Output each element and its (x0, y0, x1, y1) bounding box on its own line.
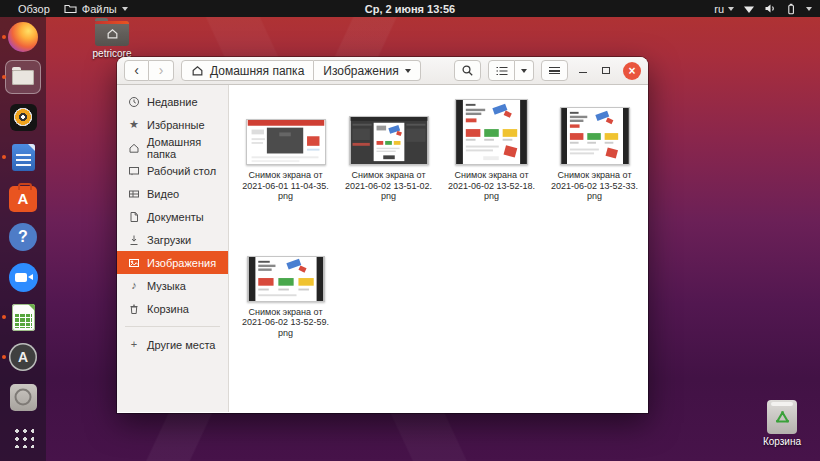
firefox-icon (8, 22, 38, 52)
file-thumbnail-box (349, 95, 429, 165)
view-options-button[interactable] (515, 60, 534, 81)
file-item[interactable]: Снимок экрана от2021-06-02 13-51-02.png (337, 95, 440, 202)
sidebar-item-desktop[interactable]: Рабочий стол (117, 159, 228, 182)
recycle-icon (775, 410, 790, 424)
file-thumbnail-box (247, 232, 325, 302)
ubuntu-software-icon: A (9, 186, 37, 212)
sidebar-item-pictures[interactable]: Изображения (117, 251, 228, 274)
search-icon (461, 64, 474, 77)
sidebar-item-documents[interactable]: Документы (117, 205, 228, 228)
sidebar-item-label: Избранные (147, 119, 205, 131)
file-thumbnail (455, 99, 528, 165)
close-button[interactable]: × (623, 62, 641, 80)
star-icon: ★ (128, 119, 140, 130)
chevron-down-icon (122, 7, 128, 11)
dock-item-libreoffice-calc[interactable] (0, 297, 46, 337)
hamburger-icon (549, 67, 560, 74)
minimize-button[interactable] (575, 68, 591, 73)
sidebar-separator (125, 326, 220, 327)
chevron-down-icon (521, 69, 527, 73)
sidebar-item-home[interactable]: Домашняя папка (117, 136, 228, 159)
sidebar-item-downloads[interactable]: Загрузки (117, 228, 228, 251)
desktop-icon-home[interactable]: petricore (84, 21, 140, 59)
volume-icon[interactable] (764, 3, 777, 14)
dock-item-rhythmbox[interactable] (0, 97, 46, 137)
dock-item-firefox[interactable] (0, 17, 46, 57)
dock-item-help[interactable]: ? (0, 217, 46, 257)
libreoffice-writer-icon (12, 144, 35, 171)
menu-button[interactable] (541, 60, 568, 81)
sidebar: Недавние ★ Избранные Домашняя папка (117, 85, 229, 412)
sidebar-item-videos[interactable]: Видео (117, 182, 228, 205)
sidebar-item-starred[interactable]: ★ Избранные (117, 113, 228, 136)
dock-item-files[interactable] (0, 57, 46, 97)
desktop-icon-trash[interactable]: Корзина (754, 400, 810, 447)
app-menu-label: Файлы (82, 3, 117, 15)
view-switcher (488, 60, 534, 81)
files-view[interactable]: Снимок экрана от2021-06-01 11-04-35.png (229, 85, 648, 412)
file-thumbnail (246, 119, 326, 165)
music-note-icon: ♪ (128, 280, 140, 291)
keyboard-layout-indicator[interactable]: ru (714, 3, 734, 15)
file-grid: Снимок экрана от2021-06-01 11-04-35.png (234, 95, 648, 368)
document-icon (128, 211, 140, 223)
system-menu-chevron-icon[interactable] (806, 7, 812, 11)
list-view-button[interactable] (488, 60, 515, 81)
file-item[interactable]: Снимок экрана от2021-06-02 13-52-18.png (440, 95, 543, 202)
sidebar-item-recent[interactable]: Недавние (117, 90, 228, 113)
file-item[interactable]: Снимок экрана от2021-06-01 11-04-35.png (234, 95, 337, 202)
file-item[interactable]: Снимок экрана от2021-06-02 13-52-59.png (234, 232, 337, 339)
header-bar[interactable]: ‹ › Домашняя папка Изображения (117, 57, 648, 85)
desktop-icon-label: Корзина (763, 436, 801, 447)
clock-icon (128, 96, 140, 108)
files-window: ‹ › Домашняя папка Изображения (117, 57, 648, 413)
back-button[interactable]: ‹ (124, 60, 149, 81)
file-item[interactable]: Снимок экрана от2021-06-02 13-52-33.png (543, 95, 646, 202)
path-segment-current[interactable]: Изображения (314, 60, 420, 81)
file-thumbnail (560, 107, 630, 165)
app-menu[interactable]: Файлы (64, 3, 128, 15)
top-bar: Обзор Файлы Ср, 2 июня 13:56 ru (0, 0, 820, 17)
trash-bin-icon (767, 400, 797, 434)
sidebar-item-label: Домашняя папка (147, 136, 228, 160)
search-button[interactable] (454, 60, 481, 81)
sidebar-item-label: Загрузки (147, 234, 191, 246)
sidebar-item-other-locations[interactable]: + Другие места (117, 333, 228, 356)
file-thumbnail (247, 256, 325, 302)
sidebar-item-label: Рабочий стол (147, 165, 216, 177)
path-segment-label: Домашняя папка (210, 64, 304, 78)
keyboard-layout-label: ru (714, 3, 724, 15)
list-view-icon (496, 66, 508, 76)
dock-item-libreoffice[interactable]: A (0, 337, 46, 377)
battery-icon[interactable] (786, 3, 797, 15)
maximize-icon (602, 67, 610, 74)
image-icon (128, 257, 140, 269)
sidebar-item-music[interactable]: ♪ Музыка (117, 274, 228, 297)
plus-icon: + (128, 339, 140, 350)
sidebar-item-trash[interactable]: Корзина (117, 297, 228, 320)
nav-buttons: ‹ › (124, 60, 174, 81)
wifi-icon[interactable] (743, 4, 755, 14)
sidebar-item-label: Другие места (147, 339, 216, 351)
maximize-button[interactable] (598, 67, 614, 74)
path-segment-home[interactable]: Домашняя папка (181, 60, 314, 81)
dock-item-ubuntu-software[interactable]: A (0, 177, 46, 217)
libreoffice-icon: A (9, 343, 37, 371)
trash-icon (128, 303, 140, 315)
dock-item-show-applications[interactable] (0, 417, 46, 457)
file-name: Снимок экрана от2021-06-02 13-52-33.png (545, 170, 645, 202)
dock-item-zoom[interactable] (0, 257, 46, 297)
chevron-down-icon (728, 7, 734, 11)
file-name: Снимок экрана от2021-06-02 13-51-02.png (339, 170, 439, 202)
activities-button[interactable]: Обзор (18, 3, 50, 15)
path-bar: Домашняя папка Изображения (181, 60, 421, 81)
sidebar-item-label: Недавние (147, 96, 198, 108)
desktop: Обзор Файлы Ср, 2 июня 13:56 ru (0, 0, 820, 461)
dock-item-libreoffice-writer[interactable] (0, 137, 46, 177)
folder-icon (64, 3, 77, 14)
sidebar-item-label: Изображения (147, 257, 216, 269)
home-icon (128, 142, 140, 154)
forward-button[interactable]: › (149, 60, 174, 81)
dock-item-disks[interactable] (0, 377, 46, 417)
clock[interactable]: Ср, 2 июня 13:56 (365, 3, 455, 15)
